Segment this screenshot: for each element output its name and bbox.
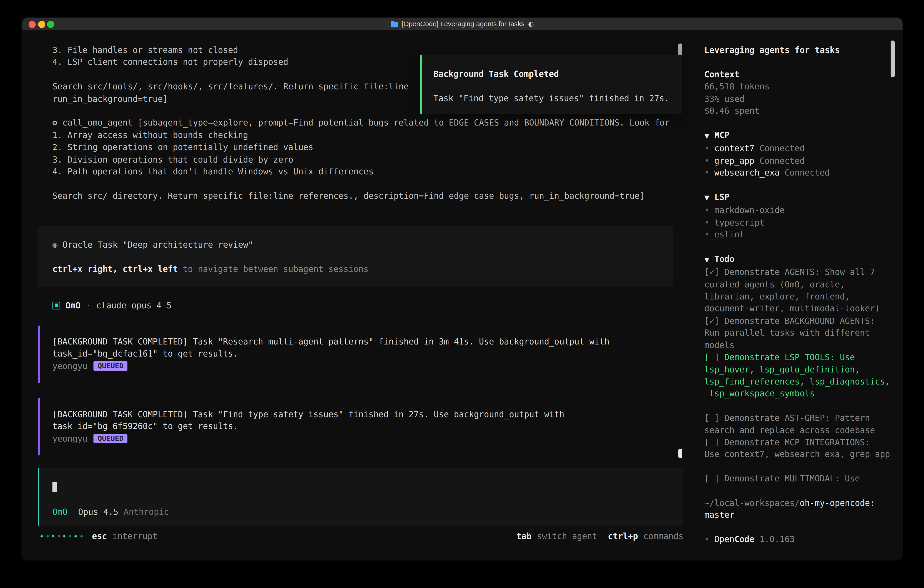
bullet-icon: • [705, 168, 710, 177]
text-line: Use context7, websearch_exa, grep_app [705, 448, 903, 461]
mcp-heading[interactable]: ▼MCP [705, 129, 903, 142]
message-author: yeongyu [52, 434, 87, 443]
todo-item-pending: [ ] Demonstrate MCP INTEGRATIONS:Use con… [705, 436, 903, 461]
input-provider-name: Anthropic [124, 507, 169, 517]
esc-key-hint: esc [92, 530, 107, 542]
text-line: librarian, explore, frontend, [705, 291, 903, 302]
lsp-heading-label: LSP [714, 192, 729, 202]
bullet-icon: • [705, 156, 710, 165]
status-bar-right: tabswitch agentctrl+pcommands [516, 530, 683, 542]
lsp-item: •eslint [705, 228, 903, 241]
status-bar: escinterrupt tabswitch agentctrl+pcomman… [40, 530, 683, 542]
lsp-heading[interactable]: ▼LSP [705, 191, 903, 205]
input-meta: OmOOpus 4.5Anthropic [52, 506, 169, 518]
text-line: ⚙ call_omo_agent [subagent_type=explore,… [52, 117, 670, 129]
workspace-repo-name: oh-my-opencode: [800, 498, 875, 508]
folder-icon [391, 21, 399, 28]
oracle-hint-text: to navigate between subagent sessions [178, 264, 368, 274]
message-text-line: [BACKGROUND TASK COMPLETED] Task "Find t… [52, 408, 673, 420]
window-titlebar[interactable]: [OpenCode] Leveraging agents for tasks◐ [22, 18, 903, 30]
lsp-section: ▼LSP •markdown-oxide •typescript •eslint [705, 191, 903, 241]
todo-item-pending: [ ] Demonstrate AST-GREP: Patternsearch … [705, 412, 903, 436]
background-task-message-1: [BACKGROUND TASK COMPLETED] Task "Resear… [38, 325, 673, 383]
bullet-icon: • [705, 206, 710, 215]
oracle-task-panel: ◉ Oracle Task "Deep architecture review"… [38, 226, 673, 287]
text-line: lsp_hover, lsp_goto_definition, [705, 363, 903, 375]
context-heading: Context [705, 68, 903, 80]
agent-name: OmO [66, 299, 81, 312]
oracle-task-title: Oracle Task "Deep architecture review" [63, 240, 253, 249]
context-spent: $0.46 spent [705, 105, 903, 117]
workspace-path-prefix: ~/local-workspaces/ [705, 498, 800, 508]
queued-badge: QUEUED [94, 434, 127, 443]
agent-model: claude-opus-4-5 [96, 299, 172, 312]
text-line: [✓] Demonstrate AGENTS: Show all 7 [705, 266, 903, 278]
mcp-section: ▼MCP •context7Connected •grep_appConnect… [705, 129, 903, 179]
blank-line [705, 461, 903, 472]
text-line [52, 178, 670, 190]
record-icon: ◉ [52, 240, 57, 249]
session-title: Leveraging agents for tasks [705, 44, 903, 56]
mcp-server-status: Connected [759, 144, 805, 153]
input-agent-name: OmO [52, 507, 67, 517]
todo-item-done: [✓] Demonstrate AGENTS: Show all 7curate… [705, 266, 903, 315]
text-line: search and replace across codebase [705, 424, 903, 436]
text-line: lsp_workspace_symbols [705, 388, 903, 400]
agent-header: OmO·claude-opus-4-5 [52, 299, 172, 312]
message-text-line: [BACKGROUND TASK COMPLETED] Task "Resear… [52, 335, 673, 348]
sidebar: Leveraging agents for tasks Context 66,5… [696, 30, 903, 560]
lsp-item: •markdown-oxide [705, 204, 903, 216]
text-line: 2. String operations on potentially unde… [52, 141, 670, 153]
queued-badge: QUEUED [94, 361, 127, 371]
notification-title: Background Task Completed [433, 68, 681, 80]
text-line: models [705, 339, 903, 351]
opencode-window: [OpenCode] Leveraging agents for tasks◐ … [22, 18, 903, 560]
app-name-code: Code [734, 535, 754, 544]
scrollbar-thumb-bottom[interactable] [678, 449, 682, 458]
mcp-server-name: websearch_exa [714, 168, 780, 177]
app-name-open: Open [714, 535, 734, 544]
message-meta-line: yeongyuQUEUED [52, 360, 673, 372]
text-line: [✓] Demonstrate BACKGROUND AGENTS: [705, 315, 903, 327]
caret-down-icon: ▼ [705, 130, 712, 142]
notification-body: Task "Find type safety issues" finished … [433, 92, 681, 104]
oracle-title-line: ◉ Oracle Task "Deep architecture review" [52, 239, 673, 251]
input-model-name: Opus 4.5 [78, 507, 119, 517]
mcp-server-name: context7 [714, 144, 755, 153]
text-line: 3. Division operations that could divide… [52, 153, 670, 165]
caret-down-icon: ▼ [705, 192, 712, 204]
todo-heading[interactable]: ▼Todo [705, 253, 903, 266]
version-footer: •OpenCode1.0.163 [705, 533, 903, 545]
tab-key-hint: tab [516, 530, 531, 542]
text-line: Run parallel tasks with different [705, 327, 903, 339]
toast-notification[interactable]: Background Task Completed Task "Find typ… [421, 55, 682, 114]
blank-line [52, 251, 673, 263]
lsp-server-name: typescript [714, 218, 765, 227]
bullet-icon: • [705, 218, 710, 227]
workspace-path: ~/local-workspaces/oh-my-opencode: [705, 497, 903, 509]
tab-key-label: switch agent [537, 530, 597, 542]
separator-dot: · [86, 299, 91, 312]
text-cursor [52, 482, 57, 492]
ctrlp-key-hint: ctrl+p [608, 530, 638, 542]
lsp-server-name: eslint [714, 230, 744, 239]
bullet-icon: • [705, 535, 710, 544]
mcp-server-name: grep_app [714, 156, 755, 165]
window-body: 3. File handles or streams not closed4. … [22, 30, 903, 560]
text-line: [ ] Demonstrate MCP INTEGRATIONS: [705, 436, 903, 448]
text-line: 4. Path operations that don't handle Win… [52, 165, 670, 178]
lsp-item: •typescript [705, 216, 903, 228]
sidebar-scrollbar-thumb[interactable] [891, 40, 895, 77]
mcp-heading-label: MCP [714, 130, 729, 140]
text-line: 3. File handles or streams not closed [52, 44, 670, 56]
mcp-item: •context7Connected [705, 142, 903, 154]
mcp-server-status: Connected [785, 168, 830, 177]
todo-item-done: [✓] Demonstrate BACKGROUND AGENTS:Run pa… [705, 315, 903, 351]
lsp-server-name: markdown-oxide [714, 206, 785, 215]
text-line: document-writer, multimodal-looker) [705, 303, 903, 315]
text-line: [ ] Demonstrate LSP TOOLS: Use [705, 351, 903, 363]
text-line: 1. Array access without bounds checking [52, 129, 670, 141]
prompt-input[interactable]: OmOOpus 4.5Anthropic [38, 468, 683, 526]
window-title: [OpenCode] Leveraging agents for tasks◐ [22, 18, 903, 30]
workspace-section: ~/local-workspaces/oh-my-opencode: maste… [705, 497, 903, 521]
